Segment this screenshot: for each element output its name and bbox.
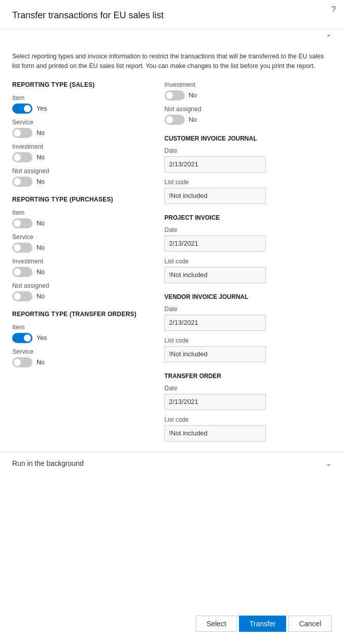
run-in-background-section[interactable]: Run in the background ⌄	[0, 452, 344, 474]
sales-service-toggle-group: No	[12, 128, 156, 138]
cij-listcode-input[interactable]	[164, 188, 266, 204]
run-in-background-label: Run in the background	[12, 459, 84, 467]
purchases-notassigned-toggle-group: No	[12, 291, 156, 301]
transfer-service-toggle-group: No	[12, 357, 156, 367]
footer-buttons: Select Transfer Cancel	[196, 616, 332, 632]
cancel-button[interactable]: Cancel	[288, 616, 332, 632]
sales-investment-label: Investment	[12, 143, 156, 150]
purchases-investment-label: Investment	[12, 258, 156, 265]
pi-date-group: Date	[164, 226, 332, 252]
to-listcode-group: List code	[164, 416, 332, 442]
sales-item-label: Item	[12, 94, 156, 101]
project-invoice-section: PROJECT INVOICE Date List code	[164, 214, 332, 283]
cij-date-input[interactable]	[164, 156, 266, 173]
purchases-service-toggle[interactable]	[12, 243, 32, 253]
vij-date-label: Date	[164, 306, 332, 313]
reporting-transfer-orders-title: REPORTING TYPE (TRANSFER ORDERS)	[12, 311, 156, 318]
to-listcode-label: List code	[164, 416, 332, 423]
cij-listcode-group: List code	[164, 179, 332, 204]
customer-invoice-journal-title: CUSTOMER INVOICE JOURNAL	[164, 135, 332, 142]
transfer-order-title: TRANSFER ORDER	[164, 372, 332, 380]
description-text: Select reporting types and invoice infor…	[12, 52, 332, 71]
to-listcode-input[interactable]	[164, 425, 266, 442]
sales-service-toggle-row: Service No	[12, 119, 156, 138]
right-notassigned-toggle-row: Not assigned No	[164, 106, 332, 125]
purchases-notassigned-toggle-row: Not assigned No	[12, 282, 156, 301]
cij-date-label: Date	[164, 147, 332, 154]
purchases-investment-toggle-group: No	[12, 267, 156, 277]
spacer	[0, 474, 344, 535]
right-investment-toggle-group: No	[164, 90, 332, 100]
purchases-investment-toggle[interactable]	[12, 267, 32, 277]
pi-listcode-group: List code	[164, 258, 332, 283]
sales-notassigned-toggle-row: Not assigned No	[12, 167, 156, 187]
purchases-notassigned-value: No	[37, 293, 45, 300]
transfer-service-toggle[interactable]	[12, 357, 32, 367]
vij-listcode-label: List code	[164, 337, 332, 344]
two-col-layout: REPORTING TYPE (SALES) Item Yes Service …	[12, 81, 332, 452]
run-in-background-chevron-icon: ⌄	[326, 459, 332, 467]
right-notassigned-label: Not assigned	[164, 106, 332, 113]
vendor-invoice-journal-section: VENDOR INVOICE JOURNAL Date List code	[164, 293, 332, 362]
right-sales-toggles: Investment No Not assigned No	[164, 81, 332, 125]
sales-service-label: Service	[12, 119, 156, 126]
vendor-invoice-journal-title: VENDOR INVOICE JOURNAL	[164, 293, 332, 300]
vij-date-group: Date	[164, 306, 332, 331]
right-notassigned-toggle-group: No	[164, 115, 332, 125]
sales-item-toggle[interactable]	[12, 104, 32, 114]
sales-notassigned-label: Not assigned	[12, 167, 156, 175]
transfer-item-toggle[interactable]	[12, 333, 32, 343]
right-notassigned-value: No	[189, 116, 197, 123]
transfer-order-section: TRANSFER ORDER Date List code	[164, 372, 332, 442]
pi-date-label: Date	[164, 226, 332, 233]
transfer-item-toggle-group: Yes	[12, 333, 156, 343]
pi-listcode-label: List code	[164, 258, 332, 265]
to-date-input[interactable]	[164, 394, 266, 410]
purchases-item-toggle[interactable]	[12, 218, 32, 228]
collapse-icon[interactable]: ⌃	[326, 33, 332, 42]
reporting-purchases-title: REPORTING TYPE (PURCHASES)	[12, 196, 156, 203]
reporting-sales-title: REPORTING TYPE (SALES)	[12, 81, 156, 88]
vij-date-input[interactable]	[164, 315, 266, 331]
purchases-service-label: Service	[12, 233, 156, 241]
purchases-investment-toggle-row: Investment No	[12, 258, 156, 277]
right-investment-value: No	[189, 92, 197, 99]
purchases-item-toggle-row: Item No	[12, 209, 156, 228]
pi-listcode-input[interactable]	[164, 267, 266, 283]
page-title: Transfer transactions for EU sales list	[0, 0, 344, 29]
sales-notassigned-value: No	[37, 178, 45, 185]
sales-investment-toggle-group: No	[12, 152, 156, 162]
purchases-notassigned-label: Not assigned	[12, 282, 156, 289]
vij-listcode-group: List code	[164, 337, 332, 362]
sales-item-value: Yes	[37, 105, 47, 112]
purchases-service-value: No	[37, 244, 45, 251]
vij-listcode-input[interactable]	[164, 346, 266, 362]
sales-investment-toggle[interactable]	[12, 152, 32, 162]
right-notassigned-toggle[interactable]	[164, 115, 185, 125]
project-invoice-title: PROJECT INVOICE	[164, 214, 332, 221]
main-content: Select reporting types and invoice infor…	[0, 46, 344, 452]
left-column: REPORTING TYPE (SALES) Item Yes Service …	[12, 81, 164, 452]
sales-item-toggle-row: Item Yes	[12, 94, 156, 114]
help-icon[interactable]: ?	[331, 5, 336, 14]
customer-invoice-journal-section: CUSTOMER INVOICE JOURNAL Date List code	[164, 135, 332, 204]
right-investment-toggle[interactable]	[164, 90, 185, 100]
select-button[interactable]: Select	[196, 616, 237, 632]
sales-investment-toggle-row: Investment No	[12, 143, 156, 162]
sales-notassigned-toggle-group: No	[12, 177, 156, 187]
purchases-notassigned-toggle[interactable]	[12, 291, 32, 301]
purchases-item-toggle-group: No	[12, 218, 156, 228]
transfer-item-value: Yes	[37, 334, 47, 342]
collapse-section: ⌃	[0, 29, 344, 46]
sales-service-toggle[interactable]	[12, 128, 32, 138]
cij-date-group: Date	[164, 147, 332, 173]
transfer-service-label: Service	[12, 348, 156, 355]
transfer-button[interactable]: Transfer	[239, 616, 287, 632]
sales-notassigned-toggle[interactable]	[12, 177, 32, 187]
pi-date-input[interactable]	[164, 235, 266, 252]
right-investment-toggle-row: Investment No	[164, 81, 332, 100]
sales-investment-value: No	[37, 154, 45, 161]
to-date-label: Date	[164, 385, 332, 392]
purchases-item-label: Item	[12, 209, 156, 216]
transfer-item-label: Item	[12, 324, 156, 331]
